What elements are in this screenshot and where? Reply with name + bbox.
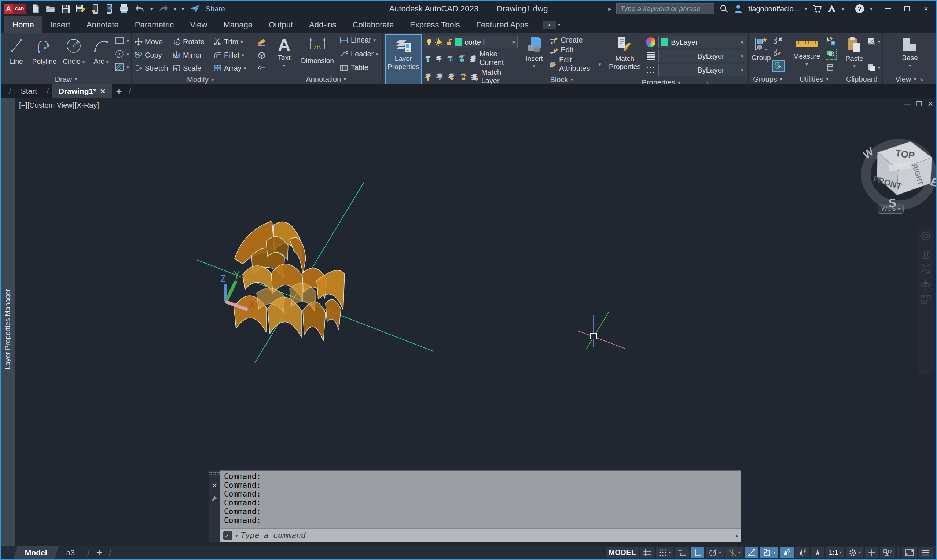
tab-insert[interactable]: Insert <box>42 17 78 33</box>
draw-panel-label[interactable]: Draw▾ <box>1 74 131 84</box>
insert-block-button[interactable]: Insert ▾ <box>523 35 546 75</box>
arc-caret[interactable]: ▾ <box>106 59 109 65</box>
annotation-scale-arrow[interactable] <box>811 547 825 558</box>
text-caret[interactable]: ▾ <box>283 63 286 68</box>
trim-caret[interactable]: ▾ <box>240 39 243 45</box>
user-avatar-icon[interactable] <box>734 4 743 14</box>
new-file-icon[interactable] <box>31 4 40 14</box>
command-history[interactable]: Command: Command: Command: Command: Comm… <box>220 471 741 528</box>
file-tab-drawing1[interactable]: Drawing1* ✕ <box>52 84 112 98</box>
measure-button[interactable]: Measure ▾ <box>790 35 823 74</box>
zoom-extents-icon[interactable] <box>920 262 931 275</box>
user-menu-caret[interactable]: ▾ <box>805 6 807 12</box>
line-button[interactable]: Line <box>4 35 29 74</box>
ribbon-minimize-caret[interactable]: ▾ <box>558 22 560 28</box>
clean-screen-button[interactable] <box>902 547 917 558</box>
object-color-combo[interactable]: ByLayer ▾ <box>659 36 746 48</box>
recent-commands-caret[interactable]: ▾ <box>235 533 238 538</box>
autodesk-logo-icon[interactable] <box>827 5 837 13</box>
hatch-tool-icon[interactable] <box>114 62 125 72</box>
object-snap-tracking-toggle[interactable] <box>745 547 759 558</box>
group-selection-toggle[interactable] <box>772 60 785 72</box>
quick-select-icon[interactable] <box>826 36 836 45</box>
object-color-caret[interactable]: ▾ <box>741 40 743 45</box>
ribbon-minimize-icon[interactable]: ▲ <box>543 20 556 29</box>
steering-wheel-icon[interactable] <box>920 231 931 244</box>
username-label[interactable]: tiagobonifacio... <box>748 5 800 13</box>
stretch-button[interactable]: Stretch <box>135 64 173 72</box>
layer-unisolate-icon[interactable] <box>435 72 443 81</box>
sail-solids-model[interactable] <box>234 221 345 341</box>
mirror-button[interactable]: Mirror <box>173 51 214 59</box>
layer-lock-icon[interactable] <box>458 54 466 63</box>
create-block-button[interactable]: Create <box>549 36 601 45</box>
linetype-caret[interactable]: ▾ <box>741 68 743 73</box>
base-caret[interactable]: ▾ <box>909 63 911 68</box>
match-properties-button[interactable]: Match Properties <box>606 35 643 78</box>
layer-properties-manager-palette[interactable]: Layer Properties Manager <box>1 98 15 546</box>
autodesk-menu-caret[interactable]: ▾ <box>842 6 844 12</box>
search-input[interactable] <box>616 3 714 14</box>
edit-attributes-button[interactable]: Edit Attributes ▾ <box>549 56 601 72</box>
table-button[interactable]: Table <box>339 63 378 72</box>
modify-panel-label[interactable]: Modify▾ <box>132 75 269 84</box>
undo-icon[interactable] <box>134 5 145 13</box>
rectangle-caret[interactable]: ▾ <box>126 38 129 44</box>
paste-button[interactable]: Paste ▾ <box>844 35 865 74</box>
annotation-panel-label[interactable]: Annotation▾ <box>269 74 382 84</box>
linear-caret[interactable]: ▾ <box>374 37 376 43</box>
command-drag-handle[interactable]: •••••••••••• <box>209 472 221 476</box>
layer-thaw-row-icon[interactable] <box>447 72 455 81</box>
insert-caret[interactable]: ▾ <box>533 63 535 69</box>
make-current-button[interactable]: Make Current <box>469 50 517 67</box>
array-caret[interactable]: ▾ <box>244 66 246 71</box>
close-drawing-icon[interactable]: ✕ <box>100 87 106 95</box>
search-icon[interactable] <box>720 5 728 13</box>
model-paper-toggle[interactable]: MODEL <box>606 547 639 558</box>
workspace-caret[interactable]: ▾ <box>859 550 861 555</box>
paste-caret[interactable]: ▾ <box>853 63 855 69</box>
fillet-caret[interactable]: ▾ <box>242 52 244 58</box>
minimize-button[interactable] <box>880 3 896 15</box>
move-button[interactable]: Move <box>135 38 173 46</box>
autoscale-toggle[interactable] <box>795 547 809 558</box>
rotate-button[interactable]: Rotate <box>173 38 214 46</box>
help-icon[interactable]: ? <box>854 4 865 14</box>
tab-view[interactable]: View <box>182 17 215 33</box>
match-layer-button[interactable]: Match Layer <box>470 68 517 85</box>
new-layout-button[interactable]: + <box>93 547 106 558</box>
snap-caret[interactable]: ▾ <box>669 550 671 555</box>
center-circle-tool-icon[interactable] <box>114 49 125 58</box>
measure-caret[interactable]: ▾ <box>805 61 808 67</box>
edit-block-button[interactable]: Edit <box>549 46 601 54</box>
offset-icon[interactable] <box>257 63 266 73</box>
tab-collaborate[interactable]: Collaborate <box>345 17 402 33</box>
layout-tab-a3[interactable]: a3 <box>57 546 84 559</box>
trim-button[interactable]: Trim ▾ <box>214 38 257 46</box>
leader-button[interactable]: Leader ▾ <box>339 50 378 58</box>
object-snap-toggle[interactable]: ▾ <box>760 547 778 558</box>
open-file-icon[interactable] <box>45 4 56 14</box>
pan-hand-icon[interactable] <box>920 248 931 259</box>
quick-calculator-icon[interactable] <box>826 63 835 72</box>
search-expand-caret[interactable]: ▸ <box>608 6 611 12</box>
close-button[interactable]: × <box>918 3 934 15</box>
layer-on-row-icon[interactable] <box>424 72 432 81</box>
scale-button[interactable]: Scale <box>173 64 214 72</box>
tab-express-tools[interactable]: Express Tools <box>402 17 468 33</box>
vp-restore-icon[interactable]: ❐ <box>916 100 922 108</box>
annotation-scale-button[interactable]: 1:1▾ <box>826 547 844 558</box>
tab-home[interactable]: Home <box>5 17 42 33</box>
isometric-drafting-toggle[interactable]: ▾ <box>725 547 743 558</box>
qat-customize-caret[interactable]: ▾ <box>182 6 185 12</box>
command-prompt-icon[interactable]: >_ <box>223 531 232 540</box>
cut-icon[interactable] <box>867 37 877 45</box>
tab-manage[interactable]: Manage <box>215 17 261 33</box>
share-label[interactable]: Share <box>206 5 225 13</box>
group-button[interactable]: Group <box>751 35 771 74</box>
maximize-button[interactable] <box>899 3 915 15</box>
scale-caret[interactable]: ▾ <box>840 550 842 555</box>
layer-select-combo[interactable]: corte l ▾ <box>424 36 517 48</box>
autocad-logo-icon[interactable]: A CAD <box>4 4 26 14</box>
polar-tracking-toggle[interactable]: ▾ <box>706 547 724 558</box>
